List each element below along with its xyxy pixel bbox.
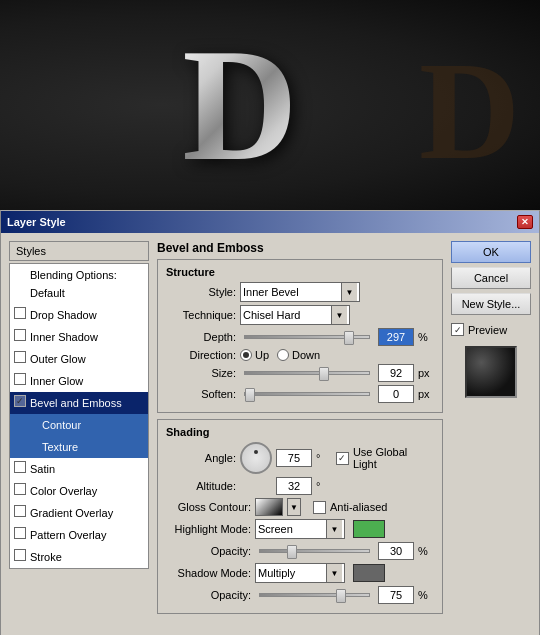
highlight-opacity-input[interactable] xyxy=(378,542,414,560)
preview-area: D D xyxy=(0,0,540,210)
blending-options-item[interactable]: Blending Options: Default xyxy=(10,264,148,304)
highlight-opacity-slider[interactable] xyxy=(259,549,370,553)
direction-up-radio[interactable] xyxy=(240,349,252,361)
depth-unit: % xyxy=(418,331,434,343)
bevel-emboss-checkbox[interactable] xyxy=(14,395,26,407)
soften-slider[interactable] xyxy=(244,392,370,396)
size-slider[interactable] xyxy=(244,371,370,375)
shadow-opacity-unit: % xyxy=(418,589,434,601)
left-item-color-overlay[interactable]: Color Overlay xyxy=(10,480,148,502)
size-label: Size: xyxy=(166,367,236,379)
left-item-gradient-overlay[interactable]: Gradient Overlay xyxy=(10,502,148,524)
highlight-mode-select[interactable]: Screen ▼ xyxy=(255,519,345,539)
size-input[interactable] xyxy=(378,364,414,382)
gloss-contour-preview[interactable] xyxy=(255,498,283,516)
highlight-opacity-label: Opacity: xyxy=(166,545,251,557)
style-select[interactable]: Inner Bevel ▼ xyxy=(240,282,360,302)
altitude-input[interactable] xyxy=(276,477,312,495)
altitude-row: Altitude: ° xyxy=(166,477,434,495)
new-style-button[interactable]: New Style... xyxy=(451,293,531,315)
middle-panel: Bevel and Emboss Structure Style: Inner … xyxy=(157,241,443,628)
shadow-color-swatch[interactable] xyxy=(353,564,385,582)
anti-aliased-row[interactable]: Anti-aliased xyxy=(313,501,387,514)
left-item-satin[interactable]: Satin xyxy=(10,458,148,480)
technique-select[interactable]: Chisel Hard ▼ xyxy=(240,305,350,325)
layer-style-dialog: Layer Style ✕ Styles Blending Options: D… xyxy=(0,210,540,635)
style-label: Style: xyxy=(166,286,236,298)
left-item-drop-shadow[interactable]: Drop Shadow xyxy=(10,304,148,326)
highlight-color-swatch[interactable] xyxy=(353,520,385,538)
soften-input[interactable] xyxy=(378,385,414,403)
soften-unit: px xyxy=(418,388,434,400)
left-panel: Styles Blending Options: Default Drop Sh… xyxy=(9,241,149,628)
section-title: Bevel and Emboss xyxy=(157,241,443,255)
gradient-overlay-checkbox[interactable] xyxy=(14,505,26,517)
drop-shadow-checkbox[interactable] xyxy=(14,307,26,319)
shading-title: Shading xyxy=(166,426,434,438)
left-panel-list: Blending Options: Default Drop Shadow In… xyxy=(9,263,149,569)
shadow-mode-row: Shadow Mode: Multiply ▼ xyxy=(166,563,434,583)
style-row: Style: Inner Bevel ▼ xyxy=(166,282,434,302)
anti-aliased-checkbox[interactable] xyxy=(313,501,326,514)
shadow-mode-label: Shadow Mode: xyxy=(166,567,251,579)
preview-bg-letter: D xyxy=(419,30,520,191)
shadow-opacity-slider[interactable] xyxy=(259,593,370,597)
stroke-checkbox[interactable] xyxy=(14,549,26,561)
soften-slider-thumb xyxy=(245,388,255,402)
pattern-overlay-checkbox[interactable] xyxy=(14,527,26,539)
gloss-contour-label: Gloss Contour: xyxy=(166,501,251,513)
left-item-inner-glow[interactable]: Inner Glow xyxy=(10,370,148,392)
global-light-checkbox[interactable] xyxy=(336,452,349,465)
use-global-light-row[interactable]: Use Global Light xyxy=(336,446,434,470)
left-item-texture[interactable]: Texture xyxy=(10,436,148,458)
satin-checkbox[interactable] xyxy=(14,461,26,473)
preview-checkbox-row[interactable]: Preview xyxy=(451,323,531,336)
gloss-contour-arrow[interactable]: ▼ xyxy=(287,498,301,516)
left-item-pattern-overlay[interactable]: Pattern Overlay xyxy=(10,524,148,546)
dialog-body: Styles Blending Options: Default Drop Sh… xyxy=(1,233,539,635)
highlight-mode-arrow: ▼ xyxy=(326,520,342,538)
depth-input[interactable] xyxy=(378,328,414,346)
left-item-contour[interactable]: Contour xyxy=(10,414,148,436)
inner-shadow-checkbox[interactable] xyxy=(14,329,26,341)
soften-label: Soften: xyxy=(166,388,236,400)
left-item-inner-shadow[interactable]: Inner Shadow xyxy=(10,326,148,348)
style-select-arrow: ▼ xyxy=(341,283,357,301)
soften-row: Soften: px xyxy=(166,385,434,403)
shading-section: Shading Angle: ° Use Global Light xyxy=(157,419,443,614)
direction-up-option[interactable]: Up xyxy=(240,349,269,361)
close-button[interactable]: ✕ xyxy=(517,215,533,229)
left-item-stroke[interactable]: Stroke xyxy=(10,546,148,568)
shadow-opacity-thumb xyxy=(336,589,346,603)
angle-label: Angle: xyxy=(166,452,236,464)
outer-glow-checkbox[interactable] xyxy=(14,351,26,363)
button-panel: OK Cancel New Style... Preview xyxy=(451,241,531,628)
shadow-mode-select[interactable]: Multiply ▼ xyxy=(255,563,345,583)
size-slider-thumb xyxy=(319,367,329,381)
shadow-opacity-input[interactable] xyxy=(378,586,414,604)
gloss-contour-row: Gloss Contour: ▼ Anti-aliased xyxy=(166,498,434,516)
color-overlay-checkbox[interactable] xyxy=(14,483,26,495)
ok-button[interactable]: OK xyxy=(451,241,531,263)
dial-indicator xyxy=(254,450,258,454)
direction-down-option[interactable]: Down xyxy=(277,349,320,361)
left-item-outer-glow[interactable]: Outer Glow xyxy=(10,348,148,370)
altitude-degree: ° xyxy=(316,480,332,492)
cancel-button[interactable]: Cancel xyxy=(451,267,531,289)
preview-checkbox[interactable] xyxy=(451,323,464,336)
depth-slider[interactable] xyxy=(244,335,370,339)
left-item-bevel-emboss[interactable]: Bevel and Emboss xyxy=(10,392,148,414)
angle-dial[interactable] xyxy=(240,442,272,474)
preview-letter: D xyxy=(182,13,298,198)
styles-header[interactable]: Styles xyxy=(9,241,149,261)
direction-label: Direction: xyxy=(166,349,236,361)
angle-input[interactable] xyxy=(276,449,312,467)
highlight-mode-row: Highlight Mode: Screen ▼ xyxy=(166,519,434,539)
altitude-label: Altitude: xyxy=(166,480,236,492)
shadow-opacity-row: Opacity: % xyxy=(166,586,434,604)
inner-glow-checkbox[interactable] xyxy=(14,373,26,385)
depth-row: Depth: % xyxy=(166,328,434,346)
preview-thumbnail xyxy=(465,346,517,398)
direction-radio-group: Up Down xyxy=(240,349,320,361)
direction-down-radio[interactable] xyxy=(277,349,289,361)
